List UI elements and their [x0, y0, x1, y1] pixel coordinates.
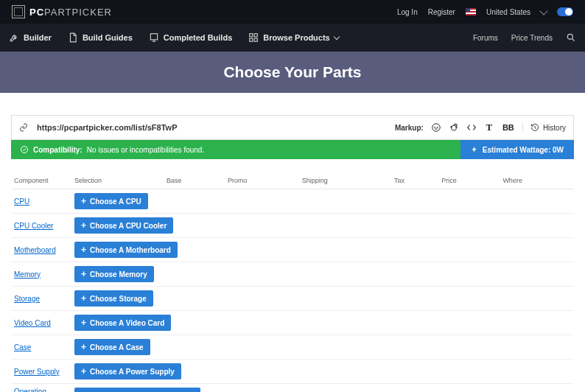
component-link[interactable]: CPU Cooler	[14, 222, 53, 230]
choose-button[interactable]: +Choose A Power Supply	[74, 363, 181, 379]
component-link[interactable]: Operating System	[14, 388, 46, 392]
component-link[interactable]: Memory	[14, 270, 41, 279]
svg-point-13	[21, 147, 28, 153]
plus-icon: +	[81, 245, 86, 254]
th-where: Where	[500, 172, 574, 189]
parts-table: Component Selection Base Promo Shipping …	[11, 172, 574, 392]
brand-prefix: PC	[29, 7, 44, 18]
th-base: Base	[164, 172, 225, 189]
plus-icon: +	[81, 343, 86, 351]
history-button[interactable]: History	[522, 123, 566, 132]
compat-label: Compatibility:	[33, 146, 83, 154]
main-container: https://pcpartpicker.com/list/sF8TwP Mar…	[5, 115, 580, 392]
nav-guides[interactable]: Build Guides	[68, 32, 133, 43]
computer-icon	[149, 32, 159, 43]
choose-label: Choose Storage	[90, 295, 147, 303]
component-link[interactable]: CPU	[14, 197, 29, 206]
reddit-alien-icon[interactable]	[431, 122, 441, 133]
page-title: Choose Your Parts	[223, 63, 361, 81]
table-row: CPU Cooler+Choose A CPU Cooler	[11, 214, 574, 238]
table-row: Video Card+Choose A Video Card	[11, 311, 574, 335]
register-link[interactable]: Register	[428, 8, 455, 16]
table-row: Motherboard+Choose A Motherboard	[11, 238, 574, 262]
plus-icon: +	[81, 367, 86, 376]
table-row: Operating System+Choose An Operating Sys…	[11, 384, 574, 393]
choose-button[interactable]: +Choose A Motherboard	[74, 242, 178, 258]
table-row: Case+Choose A Case	[11, 335, 574, 360]
th-tax: Tax	[391, 172, 438, 189]
bbcode-icon[interactable]: BB	[502, 122, 515, 133]
chevron-down-icon	[333, 33, 339, 39]
hero: Choose Your Parts	[0, 52, 585, 93]
theme-toggle[interactable]	[557, 7, 573, 16]
svg-point-8	[437, 127, 438, 127]
table-row: Storage+Choose Storage	[11, 287, 574, 311]
choose-label: Choose Memory	[90, 270, 147, 279]
status-bar: Compatibility: No issues or incompatibil…	[11, 140, 574, 159]
nav-builder-label: Builder	[24, 33, 52, 42]
nav-builder[interactable]: Builder	[9, 32, 52, 43]
component-link[interactable]: Power Supply	[14, 368, 60, 376]
nav-forums[interactable]: Forums	[473, 34, 498, 42]
svg-rect-3	[250, 38, 253, 41]
check-circle-icon	[20, 145, 29, 154]
svg-rect-0	[150, 34, 157, 40]
choose-label: Choose A Case	[90, 343, 144, 351]
choose-label: Choose A Motherboard	[90, 246, 171, 254]
svg-point-5	[567, 34, 572, 39]
compatibility-status: Compatibility: No issues or incompatibil…	[11, 140, 460, 159]
navbar: Builder Build Guides Completed Builds Br…	[0, 24, 585, 52]
choose-button[interactable]: +Choose Storage	[74, 290, 153, 307]
component-link[interactable]: Case	[14, 343, 31, 351]
th-component: Component	[11, 172, 71, 189]
grid-icon	[248, 32, 259, 43]
text-markup-icon[interactable]: T	[484, 122, 494, 133]
choose-button[interactable]: +Choose A CPU	[74, 193, 148, 209]
choose-label: Choose A CPU Cooler	[90, 222, 167, 230]
svg-rect-4	[254, 38, 257, 41]
th-price: Price	[438, 172, 500, 189]
nav-trends[interactable]: Price Trends	[511, 34, 553, 42]
choose-label: Choose A CPU	[90, 197, 141, 206]
search-icon[interactable]	[566, 32, 576, 43]
chevron-down-icon	[539, 7, 547, 15]
choose-button[interactable]: +Choose A CPU Cooler	[74, 217, 173, 234]
component-link[interactable]: Video Card	[14, 319, 51, 327]
nav-right: Forums Price Trends	[473, 32, 576, 43]
nav-guides-label: Build Guides	[83, 33, 133, 42]
choose-button[interactable]: +Choose A Case	[74, 339, 150, 355]
url-bar: https://pcpartpicker.com/list/sF8TwP Mar…	[11, 115, 574, 140]
brand-main: PARTPICKER	[44, 7, 112, 18]
nav-browse[interactable]: Browse Products	[248, 32, 338, 43]
component-link[interactable]: Storage	[14, 295, 40, 303]
country-select[interactable]: United States	[486, 8, 530, 16]
nav-left: Builder Build Guides Completed Builds Br…	[9, 32, 339, 43]
table-row: Power Supply+Choose A Power Supply	[11, 360, 574, 384]
permalink[interactable]: https://pcpartpicker.com/list/sF8TwP	[37, 123, 178, 132]
link-icon	[19, 123, 28, 132]
th-promo: Promo	[225, 172, 299, 189]
svg-rect-1	[250, 34, 253, 37]
choose-button[interactable]: +Choose A Video Card	[74, 315, 171, 331]
svg-point-7	[435, 127, 435, 127]
choose-label: Choose A Power Supply	[90, 368, 175, 376]
component-link[interactable]: Motherboard	[14, 246, 56, 254]
svg-point-6	[432, 124, 441, 132]
flag-icon	[466, 8, 476, 15]
topbar: PCPARTPICKER Log In Register United Stat…	[0, 0, 585, 24]
nav-completed[interactable]: Completed Builds	[149, 32, 233, 43]
logo[interactable]: PCPARTPICKER	[12, 5, 112, 18]
plus-icon: +	[81, 318, 86, 327]
plus-icon: +	[81, 294, 86, 303]
markup-section: Markup: T BB History	[395, 122, 566, 133]
history-icon	[530, 123, 539, 132]
choose-button[interactable]: +Choose An Operating System	[74, 388, 200, 392]
topbar-right: Log In Register United States	[397, 7, 573, 16]
plus-icon: +	[81, 221, 86, 230]
html-icon[interactable]	[466, 122, 477, 133]
reddit-icon[interactable]	[449, 122, 459, 133]
choose-button[interactable]: +Choose Memory	[74, 266, 154, 282]
login-link[interactable]: Log In	[397, 8, 418, 16]
wattage-status[interactable]: Estimated Wattage: 0W	[460, 140, 574, 159]
history-label: History	[543, 124, 566, 132]
